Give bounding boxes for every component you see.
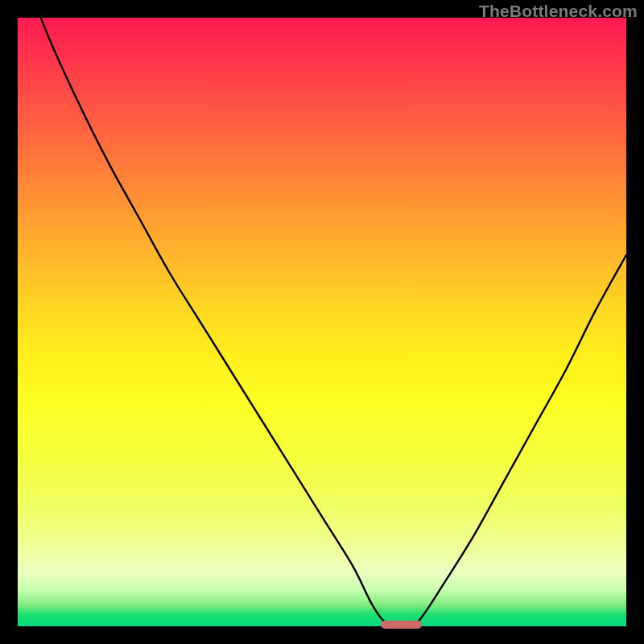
- chart-frame: TheBottleneck.com: [0, 0, 644, 644]
- optimal-range-marker: [381, 621, 422, 629]
- plot-area: [18, 18, 626, 626]
- bottleneck-curve: [18, 18, 626, 626]
